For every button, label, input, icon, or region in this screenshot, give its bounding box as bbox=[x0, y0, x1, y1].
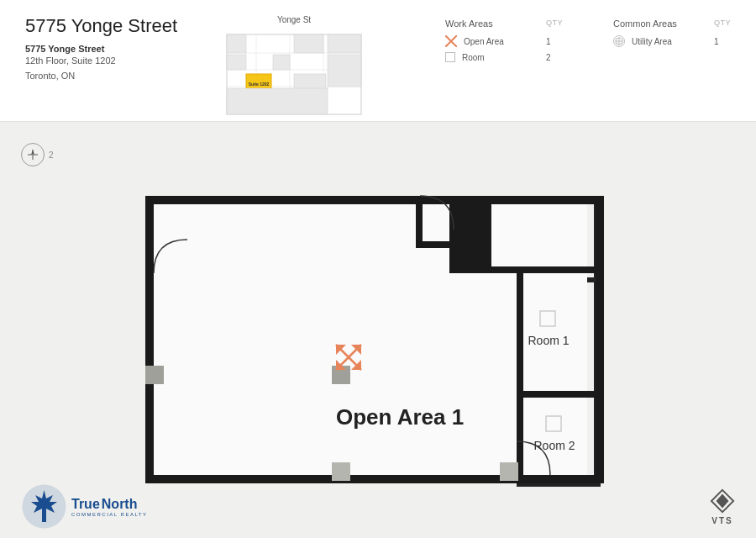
truenorth-text-group: True North Commercial Realty bbox=[71, 497, 148, 517]
svg-rect-11 bbox=[273, 55, 290, 70]
svg-rect-10 bbox=[227, 55, 246, 70]
mini-map-label: Yonge St bbox=[277, 15, 311, 24]
property-title: 5775 Yonge Street bbox=[25, 15, 210, 37]
main-section: 2 bbox=[0, 122, 756, 538]
vts-logo: VTS bbox=[710, 488, 735, 525]
work-areas-title: Work Areas QTY bbox=[445, 18, 563, 29]
truenorth-maple-leaf-icon bbox=[21, 483, 67, 530]
svg-text:Suite 1202: Suite 1202 bbox=[249, 82, 270, 87]
compass-circle bbox=[21, 143, 45, 166]
svg-rect-77 bbox=[42, 515, 46, 522]
open-area-qty: 1 bbox=[546, 37, 563, 46]
svg-rect-56 bbox=[145, 366, 164, 384]
truenorth-sub: Commercial Realty bbox=[71, 512, 148, 517]
header-section: 5775 Yonge Street 5775 Yonge Street 12th… bbox=[0, 0, 756, 122]
open-area-icon bbox=[445, 35, 457, 47]
svg-rect-49 bbox=[483, 196, 491, 272]
svg-rect-9 bbox=[227, 34, 246, 53]
svg-rect-45 bbox=[145, 196, 393, 204]
property-address-line2: 12th Floor, Suite 1202 bbox=[25, 54, 210, 69]
svg-marker-75 bbox=[717, 494, 729, 509]
svg-rect-55 bbox=[416, 241, 451, 248]
truenorth-line2: North bbox=[102, 497, 138, 512]
utility-icon bbox=[613, 35, 625, 47]
room-qty: 2 bbox=[546, 53, 563, 62]
svg-text:Open Area 1: Open Area 1 bbox=[336, 404, 464, 430]
common-areas-group: Common Areas QTY Utility Area 1 bbox=[613, 18, 731, 67]
svg-rect-48 bbox=[596, 196, 604, 483]
nav-icon[interactable]: 2 bbox=[21, 143, 54, 166]
svg-rect-53 bbox=[517, 391, 604, 398]
common-areas-title: Common Areas QTY bbox=[613, 18, 731, 29]
property-subtitle: 5775 Yonge Street bbox=[25, 44, 210, 54]
svg-rect-13 bbox=[328, 34, 361, 53]
open-area-legend-item: Open Area 1 bbox=[445, 35, 563, 47]
svg-rect-59 bbox=[500, 462, 518, 481]
vts-label: VTS bbox=[711, 516, 732, 525]
svg-rect-14 bbox=[328, 55, 361, 87]
svg-rect-54 bbox=[416, 196, 423, 246]
truenorth-logo: True North Commercial Realty bbox=[21, 483, 148, 530]
svg-text:Room 2: Room 2 bbox=[533, 439, 575, 452]
vts-diamond-icon bbox=[710, 488, 735, 514]
legend-section: Work Areas QTY Open Area 1 Room 2 bbox=[445, 18, 731, 67]
work-areas-group: Work Areas QTY Open Area 1 Room 2 bbox=[445, 18, 563, 67]
svg-rect-58 bbox=[332, 462, 350, 481]
svg-rect-52 bbox=[517, 266, 523, 482]
floor-plan-svg: Open Area 1 Room 1 Room 2 Storage Entran… bbox=[130, 164, 617, 525]
mini-map: Suite 1202 bbox=[223, 28, 365, 120]
mini-map-section: Yonge St Suite 1202 bbox=[210, 15, 378, 120]
svg-rect-44 bbox=[145, 475, 604, 483]
truenorth-line1: True bbox=[71, 497, 100, 512]
svg-rect-73 bbox=[454, 196, 483, 272]
svg-rect-12 bbox=[294, 34, 323, 53]
svg-text:Room 1: Room 1 bbox=[528, 334, 569, 347]
room-label: Room bbox=[462, 53, 539, 62]
utility-area-legend-item: Utility Area 1 bbox=[613, 35, 731, 47]
open-area-label: Open Area bbox=[464, 37, 539, 46]
svg-rect-43 bbox=[145, 196, 154, 483]
room-legend-item: Room 2 bbox=[445, 52, 563, 62]
svg-rect-16 bbox=[227, 88, 328, 114]
utility-area-label: Utility Area bbox=[632, 37, 707, 46]
utility-area-qty: 1 bbox=[714, 37, 731, 46]
property-address-line3: Toronto, ON bbox=[25, 69, 210, 84]
property-info: 5775 Yonge Street 5775 Yonge Street 12th… bbox=[25, 15, 210, 83]
compass-label: 2 bbox=[49, 150, 54, 160]
room-icon bbox=[445, 52, 455, 62]
floor-plan-container: Open Area 1 Room 1 Room 2 Storage Entran… bbox=[130, 164, 617, 525]
mini-map-svg: Suite 1202 bbox=[223, 28, 365, 120]
svg-rect-47 bbox=[491, 196, 604, 204]
